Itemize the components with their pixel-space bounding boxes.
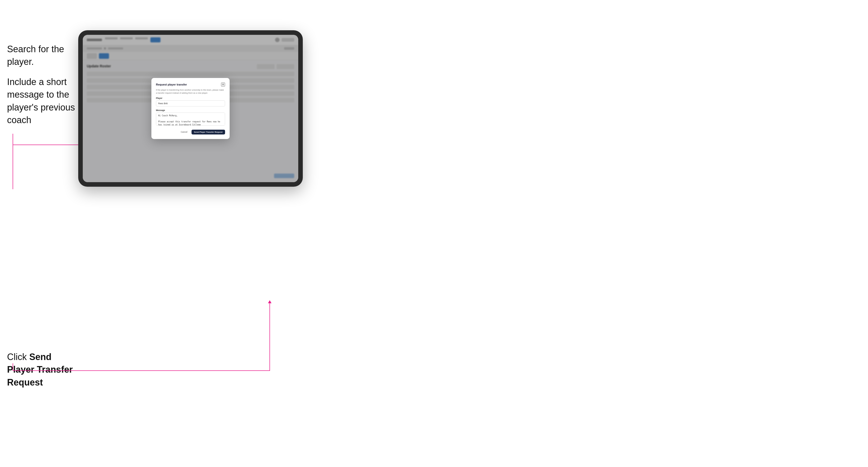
arrow-message-vertical xyxy=(12,134,13,189)
arrowhead-up xyxy=(268,300,272,303)
player-search-input[interactable] xyxy=(156,100,225,106)
annotation-search-text: Search for the player. xyxy=(7,44,64,67)
modal-dialog: Request player transfer ✕ If the player … xyxy=(151,78,229,139)
tablet-screen: Update Roster Request p xyxy=(83,35,298,182)
annotation-message: Include a short message to the player's … xyxy=(7,76,78,127)
annotation-click-prefix: Click xyxy=(7,352,29,362)
arrow-bottom-vertical-up xyxy=(270,303,270,371)
cancel-button[interactable]: Cancel xyxy=(179,130,189,134)
modal-close-button[interactable]: ✕ xyxy=(221,83,225,87)
arrow-bottom-start-vertical xyxy=(12,363,13,371)
annotation-search: Search for the player. xyxy=(7,43,78,68)
modal-description: If the player is transferring from anoth… xyxy=(156,89,225,94)
annotation-message-text: Include a short message to the player's … xyxy=(7,77,75,125)
arrow-bottom-horizontal xyxy=(12,370,270,371)
send-transfer-request-button[interactable]: Send Player Transfer Request xyxy=(191,130,225,134)
annotation-click: Click Send Player Transfer Request xyxy=(7,351,78,389)
message-textarea[interactable]: Hi Coach McHarg, Please accept this tran… xyxy=(156,113,225,126)
message-field-label: Message xyxy=(156,109,225,112)
modal-title: Request player transfer xyxy=(156,83,187,86)
modal-header: Request player transfer ✕ xyxy=(156,83,225,87)
modal-overlay: Request player transfer ✕ If the player … xyxy=(83,35,298,182)
modal-actions: Cancel Send Player Transfer Request xyxy=(156,130,225,134)
player-field-label: Player xyxy=(156,97,225,99)
tablet-device: Update Roster Request p xyxy=(78,30,303,187)
